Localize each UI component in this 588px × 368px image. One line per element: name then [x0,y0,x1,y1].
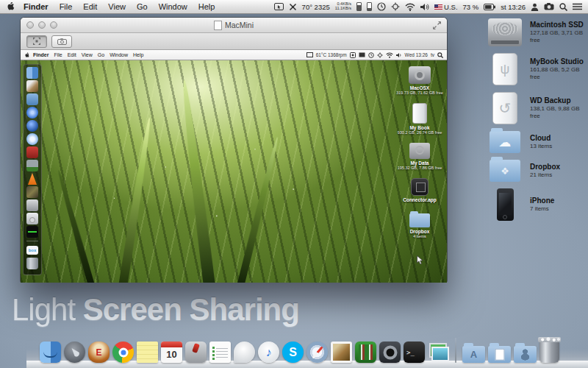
remote-menu-go[interactable]: Go [98,52,104,57]
dock-bubble-icon[interactable] [234,342,255,363]
dock-aperture-icon[interactable] [379,342,401,363]
apple-menu-icon[interactable] [6,2,15,11]
remote-menu-file[interactable]: File [54,52,62,57]
desktop-icon-cloud[interactable]: ☁Cloud13 items [487,131,587,153]
remote-wifi-icon[interactable] [386,52,393,58]
remote-icon-my-book[interactable]: My Book930.2 GB, 26.74 GB free [398,103,442,135]
remote-dock-frontrow-icon[interactable] [26,146,38,158]
dock-stickies-icon[interactable] [137,342,158,363]
dock-terminal-icon[interactable]: >_ [404,342,425,363]
dock-folder-docs-icon[interactable] [488,346,511,363]
dock-library-icon[interactable] [355,342,376,363]
remote-clock[interactable]: Wed 13:26 [405,52,428,57]
remote-dock-safari-icon[interactable] [26,133,38,145]
menu-help[interactable]: Help [198,2,215,11]
screenshot-button[interactable] [51,35,72,48]
dock-tasks-icon[interactable] [209,342,231,363]
window-titlebar[interactable]: MacMini [21,18,447,33]
close-button[interactable] [26,21,34,29]
screen-sharing-icon[interactable] [274,3,284,11]
dock-folder-apps-icon[interactable]: A [462,346,485,363]
desktop-icon-mybook-studio[interactable]: ψMyBook Studio161,88 GB, 5,2 GB free [487,53,587,85]
remote-icon-connector-app[interactable]: Connector.app [403,178,437,202]
time-machine-icon[interactable] [377,2,386,11]
menu-view[interactable]: View [108,2,126,11]
remote-menu-window[interactable]: Window [110,52,128,57]
remote-volume-icon[interactable] [396,52,402,58]
remote-user-name[interactable]: tv [431,52,434,57]
remote-dock-itunes-icon[interactable] [26,107,38,118]
sync-box-icon[interactable] [350,52,356,58]
desktop-icon-wd-backup[interactable]: ↺WD Backup138,1 GB, 9,88 GB free [487,92,587,124]
remote-dock-trash-icon[interactable] [26,258,38,269]
volume-icon[interactable] [420,3,429,11]
remote-desktop[interactable]: box MacOSX319.73 GB, 71.62 GB freeMy Boo… [21,60,447,283]
dock-itunes-icon[interactable]: ♪ [258,342,279,363]
remote-icon-dropbox[interactable]: Dropbox4 items [409,210,430,238]
remote-temp-fan[interactable]: 61°C 1368rpm [316,52,347,57]
remote-menu-view[interactable]: View [82,52,93,57]
remote-dock-iphoto-icon[interactable] [26,186,38,198]
dock-chrome-icon[interactable] [112,342,134,363]
location-icon[interactable] [391,2,400,11]
remote-dock-earth-icon[interactable] [26,120,38,132]
battery-percentage[interactable]: 73 % [463,3,479,11]
menu-file[interactable]: File [60,2,73,11]
dock-launchpad-icon[interactable] [64,342,85,363]
zoom-button[interactable] [50,21,57,29]
desktop-icon-macintosh-ssd[interactable]: Macintosh SSD127,18 GB, 3,71 GB free [487,18,587,46]
remote-dock-activity-icon[interactable] [26,226,38,238]
display-icon[interactable] [306,52,313,57]
menu-window[interactable]: Window [159,2,187,11]
display-dark-icon[interactable] [359,52,365,57]
dock-trash-icon[interactable] [539,341,559,363]
minimize-button[interactable] [38,21,46,29]
remote-location-icon[interactable] [377,52,383,58]
desktop-icon-iphone[interactable]: iPhone7 items [487,188,587,221]
remote-time-machine-icon[interactable] [368,52,374,58]
spotlight-icon[interactable] [559,3,567,11]
dock-espresso-icon[interactable] [88,342,110,363]
temp-fan-reading[interactable]: 70° 2325 [302,3,330,11]
remote-spotlight-icon[interactable] [437,52,443,58]
remote-apple-menu-icon[interactable] [24,52,29,58]
camera-icon[interactable] [544,3,554,10]
scale-button[interactable] [26,35,47,48]
dock-preview-icon[interactable] [331,342,352,363]
menu-finder[interactable]: Finder [24,2,49,11]
remote-dock-preview-icon[interactable] [26,80,38,92]
menu-go[interactable]: Go [137,2,148,11]
remote-icon-macosx[interactable]: MacOSX319.73 GB, 71.62 GB free [396,66,443,95]
battery-icon[interactable] [484,4,495,10]
remote-icon-my-data[interactable]: My Data195.32 GB, 7.86 GB free [398,143,442,170]
wifi-icon[interactable] [405,3,415,11]
dock-skype-icon[interactable]: S [282,342,304,363]
app-cross-icon[interactable] [289,3,297,11]
remote-dock-box-icon[interactable]: box [26,246,38,255]
device-battery-icon[interactable] [356,2,362,11]
remote-menu-help[interactable]: Help [133,52,143,57]
fullscreen-icon[interactable] [433,21,441,29]
notification-list-icon[interactable] [573,3,582,10]
user-icon[interactable] [531,3,539,11]
dock-archive-icon[interactable] [185,342,207,363]
remote-dock-vlc-icon[interactable] [26,173,38,185]
remote-dock-ipod-icon[interactable] [26,213,38,224]
dock-calendar-icon[interactable]: 10 [161,342,182,363]
dock-finder-icon[interactable] [40,342,61,363]
input-language[interactable]: U.S. [434,3,457,11]
network-rate[interactable]: 0.4KB/s 11.1KB/s [335,2,351,10]
remote-dock-device-icon[interactable] [26,160,38,171]
remote-dock-mail-icon[interactable] [26,93,38,105]
remote-menu-finder[interactable]: Finder [33,52,49,57]
remote-dock-finder-icon[interactable] [26,67,38,79]
dock-folder-user-icon[interactable] [514,346,537,363]
dock-safari-icon[interactable] [306,342,328,363]
menu-edit[interactable]: Edit [83,2,97,11]
remote-dock-camera-icon[interactable] [26,199,38,211]
dock-displays-icon[interactable] [428,342,449,363]
menubar-clock[interactable]: st 13:26 [501,3,526,11]
remote-menu-edit[interactable]: Edit [68,52,76,57]
desktop-icon-dropbox[interactable]: ❖Dropbox21 items [487,160,587,182]
device-battery-icon[interactable] [367,2,372,11]
